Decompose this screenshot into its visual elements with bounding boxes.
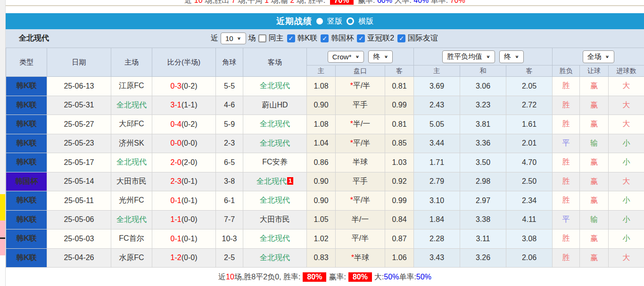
- cell-away-team[interactable]: 全北现代: [243, 248, 307, 268]
- summary-part: 单率:: [399, 272, 416, 282]
- cell-home-team[interactable]: FC首尔: [111, 229, 152, 249]
- summary-part: 70%: [330, 0, 354, 5]
- bottom-summary: 近10场,胜8平2负0, 胜率:80% 赢率:80% 大:50% 单率:50%: [6, 268, 644, 286]
- summary-part: 80%: [303, 272, 326, 282]
- cell-asia-away-odds: 0.99: [385, 191, 414, 211]
- cell-home-team[interactable]: 江原FC: [111, 77, 152, 96]
- vertical-layout-label[interactable]: 竖版: [327, 16, 342, 26]
- cell-away-team[interactable]: FC安养: [243, 153, 307, 172]
- cell-corners: 10-3: [216, 229, 243, 249]
- cell-home-team[interactable]: 大邱FC: [111, 115, 152, 134]
- cell-asia-away-odds: 0.99: [385, 96, 414, 115]
- cell-euro-away-odds: 4.11: [506, 210, 553, 229]
- cell-away-team[interactable]: 大田市民: [243, 210, 307, 229]
- sub-header-goals: 进球数: [609, 65, 644, 77]
- bookmaker-select[interactable]: Crow* ∨: [328, 51, 364, 63]
- league-friendly-checkbox[interactable]: ✓: [397, 34, 405, 42]
- cell-handicap-result: 赢: [580, 115, 609, 134]
- table-row: 韩K联 25-05-27 大邱FC 0-4(0-2) 5-9 全北现代 1.08…: [6, 115, 644, 134]
- cell-date: 25-05-31: [47, 96, 111, 115]
- cell-handicap-result: 赢: [580, 191, 609, 211]
- page-title: 近期战绩: [276, 16, 312, 27]
- summary-part: 40%: [413, 0, 429, 4]
- cell-euro-home-odds: 2.79: [414, 172, 460, 191]
- cell-league-badge: 韩国杯: [6, 172, 47, 191]
- chevron-down-icon: ∨: [486, 54, 490, 59]
- cell-handicap: 半球: [336, 153, 385, 172]
- cell-goals-result: 小: [609, 153, 644, 172]
- cell-asia-home-odds: 0.83: [307, 248, 336, 268]
- summary-part: 场,胜出: [203, 0, 231, 4]
- asia-stage-select[interactable]: 终 ∨: [368, 50, 393, 63]
- summary-part: 50%: [384, 273, 399, 281]
- matches-unit-label: 场: [248, 33, 256, 43]
- same-home-checkbox[interactable]: [258, 34, 266, 42]
- cell-euro-away-odds: 2.01: [506, 134, 553, 153]
- match-scope-select[interactable]: 全场 ∨: [583, 50, 614, 63]
- cell-score: 0-3(0-2): [152, 77, 216, 96]
- cell-away-team[interactable]: 全北现代: [243, 77, 307, 96]
- cell-euro-home-odds: 2.43: [414, 96, 460, 115]
- cell-date: 25-05-17: [47, 153, 111, 172]
- summary-part: 场,平局: [236, 0, 264, 4]
- league-koreacup-checkbox[interactable]: ✓: [321, 34, 329, 42]
- cell-away-team[interactable]: 全北现代: [243, 134, 307, 153]
- check-icon: ✓: [289, 35, 294, 42]
- chevron-down-icon: ∨: [605, 54, 610, 59]
- cell-match-result: 胜: [553, 153, 580, 172]
- league-koreacup-label: 韩国杯: [331, 33, 354, 43]
- cell-date: 25-05-06: [47, 210, 111, 229]
- cell-asia-away-odds: 0.81: [385, 115, 414, 134]
- cell-asia-away-odds: 0.84: [385, 210, 414, 229]
- cell-away-team[interactable]: 全北现代: [243, 191, 307, 211]
- cell-handicap-result: 赢: [580, 229, 609, 249]
- col-header-type: 类型: [6, 48, 47, 77]
- cell-euro-away-odds: 4.70: [506, 153, 553, 172]
- cell-home-team[interactable]: 全北现代: [111, 96, 152, 115]
- euro-average-select[interactable]: 胜平负均值 ∨: [442, 50, 495, 63]
- cell-handicap: *平/半: [336, 77, 385, 96]
- cell-goals-result: 大: [609, 115, 644, 134]
- cell-handicap-result: 赢: [580, 248, 609, 268]
- summary-part: 80%: [348, 272, 372, 282]
- cell-home-team[interactable]: 大田市民: [111, 172, 152, 191]
- league-acl2-label: 亚冠联2: [367, 33, 394, 43]
- cell-away-team[interactable]: 全北现代: [243, 115, 307, 134]
- cell-goals-result: 大: [609, 96, 644, 115]
- cell-euro-away-odds: 2.05: [506, 77, 553, 96]
- summary-part: 70%: [450, 0, 465, 4]
- col-header-score: 比分(半场): [152, 48, 216, 77]
- vertical-layout-radio[interactable]: [316, 18, 323, 25]
- cell-euro-away-odds: 1.61: [506, 115, 553, 134]
- cell-away-team[interactable]: 全北现代1: [243, 172, 307, 191]
- cell-handicap: 半/一: [336, 210, 385, 229]
- cell-home-team[interactable]: 光州FC: [111, 191, 152, 211]
- cell-date: 25-05-23: [47, 134, 111, 153]
- euro-stage-select[interactable]: 终 ∨: [499, 50, 524, 63]
- cell-date: 25-05-27: [47, 115, 111, 134]
- cell-euro-draw-odds: 3.06: [460, 77, 506, 96]
- cell-home-team[interactable]: 全北现代: [111, 210, 152, 229]
- horizontal-layout-radio[interactable]: [347, 17, 354, 25]
- cell-corners: 6-5: [216, 153, 243, 172]
- cell-match-result: 胜: [553, 248, 580, 268]
- horizontal-layout-label[interactable]: 横版: [358, 16, 373, 26]
- cell-handicap-result: 赢: [580, 96, 609, 115]
- cell-away-team[interactable]: 蔚山HD: [243, 96, 307, 115]
- league-kleague-checkbox[interactable]: ✓: [287, 34, 295, 42]
- cell-league-badge: 韩K联: [6, 229, 47, 249]
- match-count-select[interactable]: 10 ∨: [221, 33, 246, 44]
- cell-corners: 2-5: [216, 248, 243, 268]
- chevron-down-icon: ∨: [515, 54, 519, 59]
- cell-home-team[interactable]: 全北现代: [111, 153, 152, 172]
- gutter-yellow-strip: [0, 194, 5, 221]
- summary-part: 大:: [374, 272, 384, 282]
- summary-part: 1: [264, 0, 269, 4]
- cell-home-team[interactable]: 济州SK: [111, 134, 152, 153]
- cell-date: 25-04-26: [47, 248, 111, 268]
- league-acl2-checkbox[interactable]: ✓: [357, 34, 365, 42]
- cell-away-team[interactable]: 全北现代: [243, 229, 307, 249]
- table-row: 韩K联 25-06-13 江原FC 0-3(0-2) 5-5 全北现代 1.08…: [6, 77, 644, 96]
- cell-home-team[interactable]: 水原FC: [111, 248, 152, 268]
- page-left-gutter: [0, 0, 6, 286]
